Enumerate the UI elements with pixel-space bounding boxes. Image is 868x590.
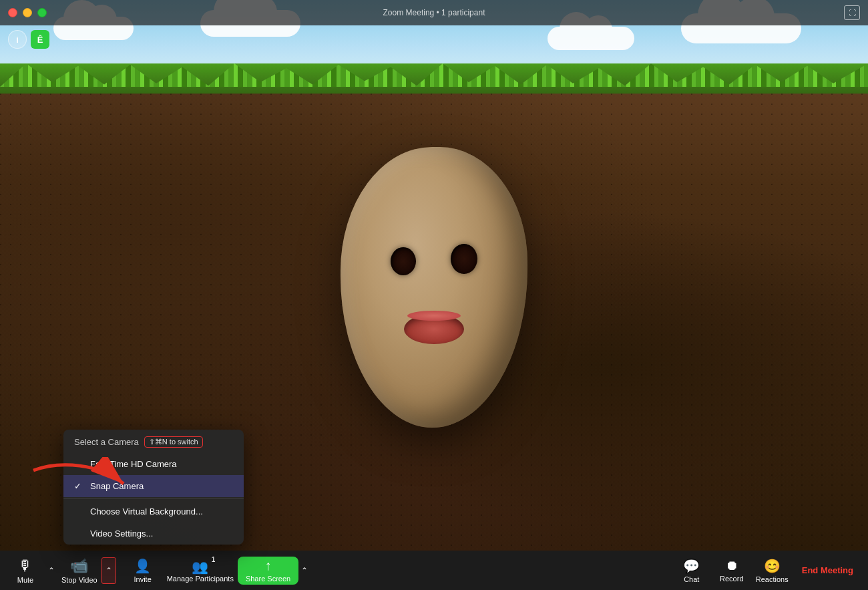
snap-camera-item[interactable]: ✓ Snap Camera	[63, 475, 244, 497]
invite-icon: 👤	[134, 558, 151, 574]
share-chevron-icon: ⌃	[301, 566, 308, 575]
video-chevron-icon: ⌃	[105, 566, 112, 575]
invite-button[interactable]: 👤 Invite	[123, 551, 163, 590]
share-screen-label: Share Screen	[246, 575, 290, 583]
reactions-button[interactable]: 😊 Reactions	[752, 551, 793, 590]
title-bar: Zoom Meeting • 1 participant ⛶	[0, 0, 868, 25]
facetime-camera-item[interactable]: ✓ FaceTime HD Camera	[63, 453, 244, 475]
toolbar: 🎙 Mute ⌃ 📹 Stop Video ⌃ 👤 Invite 👥 1 Man…	[0, 551, 868, 590]
video-settings-item[interactable]: ✓ Video Settings...	[63, 523, 244, 545]
shortcut-badge: ⇧⌘N to switch	[144, 436, 203, 448]
invite-label: Invite	[134, 575, 151, 583]
video-settings-label: Video Settings...	[90, 529, 153, 539]
camera-menu-title: Select a Camera	[74, 437, 139, 447]
video-chevron-button[interactable]: ⌃	[101, 557, 116, 584]
reactions-icon: 😊	[764, 558, 781, 574]
mute-chevron-icon: ⌃	[48, 566, 55, 575]
potato-body	[341, 147, 527, 428]
record-icon: ⏺	[725, 558, 738, 573]
chat-button[interactable]: 💬 Chat	[672, 551, 712, 590]
end-meeting-label: End Meeting	[802, 565, 853, 575]
share-screen-button[interactable]: ↑ Share Screen	[238, 557, 298, 585]
reactions-label: Reactions	[756, 575, 789, 583]
video-icon: 📹	[70, 557, 88, 575]
meeting-title: Zoom Meeting • 1 participant	[383, 8, 485, 17]
security-button[interactable]: Ê	[31, 30, 49, 49]
share-screen-icon: ↑	[265, 558, 272, 573]
participant-count-badge: 1	[212, 556, 216, 563]
record-button[interactable]: ⏺ Record	[712, 551, 752, 590]
cloud-4	[548, 27, 634, 50]
potato-mouth	[404, 314, 464, 344]
snap-checkmark: ✓	[74, 481, 85, 491]
security-icon: Ê	[37, 35, 43, 45]
snap-camera-label: Snap Camera	[90, 481, 144, 491]
potato-avatar	[341, 147, 527, 428]
mute-chevron-button[interactable]: ⌃	[45, 551, 57, 590]
chat-icon: 💬	[683, 558, 700, 574]
virtual-bg-label: Choose Virtual Background...	[90, 506, 203, 517]
camera-menu-divider	[63, 498, 244, 499]
camera-menu: Select a Camera ⇧⌘N to switch ✓ FaceTime…	[63, 430, 244, 545]
manage-participants-label: Manage Participants	[167, 575, 234, 583]
info-icon: i	[16, 35, 19, 45]
participants-icon-compound: 👥 1	[192, 559, 208, 575]
record-label: Record	[720, 575, 743, 583]
fullscreen-button[interactable]: ⛶	[844, 5, 860, 20]
maximize-button[interactable]	[37, 8, 47, 17]
info-button[interactable]: i	[8, 30, 27, 49]
mute-label: Mute	[17, 576, 33, 584]
camera-menu-header: Select a Camera ⇧⌘N to switch	[63, 430, 244, 453]
title-bar-center: Zoom Meeting • 1 participant	[383, 8, 485, 17]
mic-icon: 🎙	[18, 557, 33, 575]
stop-video-button[interactable]: 📹 Stop Video	[57, 551, 101, 590]
top-left-icons: i Ê	[8, 30, 49, 49]
fullscreen-icon: ⛶	[849, 9, 856, 17]
end-meeting-button[interactable]: End Meeting	[793, 560, 863, 581]
stop-video-label: Stop Video	[61, 576, 97, 584]
facetime-camera-label: FaceTime HD Camera	[90, 459, 177, 469]
chat-label: Chat	[684, 575, 699, 583]
mute-button[interactable]: 🎙 Mute	[5, 551, 45, 590]
potato-eye-left	[391, 247, 416, 275]
window-controls	[8, 8, 47, 17]
close-button[interactable]	[8, 8, 17, 17]
participants-icon: 👥	[192, 559, 208, 574]
minimize-button[interactable]	[23, 8, 32, 17]
virtual-bg-item[interactable]: ✓ Choose Virtual Background...	[63, 500, 244, 523]
potato-eye-right	[451, 244, 477, 274]
manage-participants-button[interactable]: 👥 1 Manage Participants	[163, 551, 238, 590]
share-screen-chevron-button[interactable]: ⌃	[298, 551, 310, 590]
